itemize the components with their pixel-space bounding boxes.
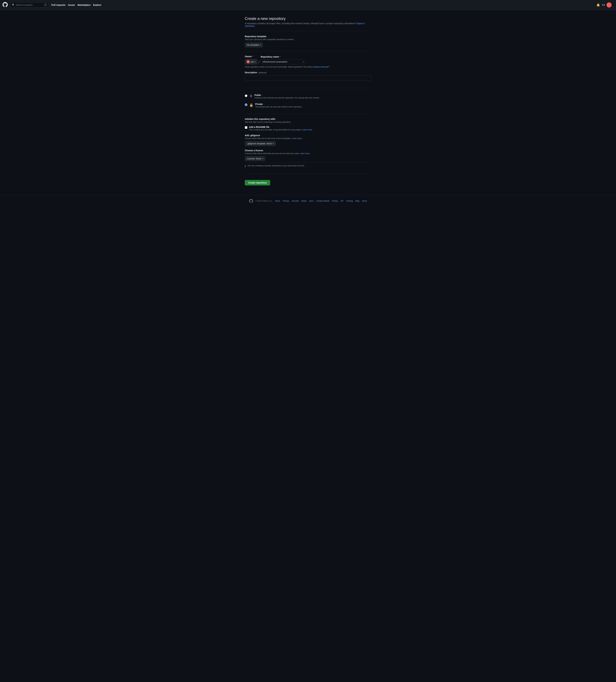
main-content: Create a new repository A repository con… (242, 10, 374, 195)
nav-marketplace[interactable]: Marketplace (78, 4, 91, 6)
repo-name-input-wrap: ✓ (261, 59, 305, 64)
footer-status-link[interactable]: Status (301, 200, 307, 202)
nav-pull-requests[interactable]: Pull requests (51, 4, 65, 6)
owner-avatar (247, 60, 250, 63)
public-label: Public (254, 94, 261, 96)
owner-select-button[interactable]: pst ▾ (245, 59, 257, 65)
init-section: Initialize this repository with: Skip th… (245, 118, 371, 161)
gitignore-section: Add .gitignore Choose which files not to… (245, 134, 371, 146)
license-dropdown-button[interactable]: License: None ▾ (245, 156, 265, 161)
public-radio[interactable] (245, 94, 247, 97)
slash-separator: / (258, 60, 259, 64)
template-section-label: Repository template (245, 35, 371, 38)
search-placeholder: Search or jump to... (16, 4, 34, 6)
license-title: Choose a license (245, 149, 371, 152)
license-learn-link[interactable]: Learn more. (300, 152, 310, 155)
avatar (607, 2, 612, 7)
readme-learn-link[interactable]: Learn more. (302, 129, 313, 131)
template-dropdown-button[interactable]: No template ▾ (245, 43, 263, 47)
gitignore-desc: Choose which files not to track from a l… (245, 137, 371, 139)
footer-pricing-link[interactable]: Pricing (332, 200, 338, 202)
info-icon: ℹ (245, 164, 246, 167)
search-shortcut: / (44, 3, 47, 6)
owner-name: pst (251, 61, 254, 63)
repo-name-group: Repository name * ✓ (261, 55, 305, 64)
user-menu-button[interactable]: ▾ (607, 2, 613, 7)
init-section-title: Initialize this repository with: (245, 118, 371, 120)
suggestion-link[interactable]: studious-funicular (313, 66, 328, 68)
suggestion-text: Great repository names are short and mem… (245, 66, 371, 68)
private-label: Private (255, 103, 263, 106)
divider-2 (245, 51, 371, 51)
public-option: 🖥 Public Anyone on the internet can see … (245, 92, 371, 101)
readme-desc: This is where you can write a long descr… (249, 129, 313, 131)
footer-terms-link[interactable]: Terms (275, 200, 280, 202)
readme-checkbox[interactable] (245, 126, 247, 129)
public-desc: Anyone on the internet can see this repo… (254, 97, 319, 99)
private-text: Private You choose who can see and commi… (255, 103, 302, 108)
private-radio[interactable] (245, 104, 247, 106)
readme-checkbox-row: Add a README file This is where you can … (245, 126, 371, 131)
nav-issues[interactable]: Issues (68, 4, 75, 6)
repo-required-star: * (280, 55, 280, 58)
footer-copyright: © 2022 GitHub, Inc. (255, 200, 273, 202)
template-dropdown-label: No template (247, 44, 259, 46)
repo-name-valid-icon: ✓ (302, 60, 304, 63)
footer-about-link[interactable]: About (362, 200, 367, 202)
nav-explore[interactable]: Explore (93, 4, 101, 6)
owner-repo-row: Owner * pst ▾ / Repository name * ✓ (245, 55, 371, 65)
description-input[interactable] (245, 75, 371, 81)
footer-github-logo-icon (249, 199, 253, 203)
notifications-button[interactable]: 🔔 (596, 3, 600, 7)
create-repository-button[interactable]: Create repository (245, 180, 270, 185)
footer-training-link[interactable]: Training (346, 200, 353, 202)
visibility-section: 🖥 Public Anyone on the internet can see … (245, 92, 371, 110)
github-logo-icon (3, 2, 8, 7)
footer-docs-link[interactable]: Docs (309, 200, 314, 202)
new-menu-button[interactable]: + ▾ (602, 4, 604, 6)
footer-blog-link[interactable]: Blog (356, 200, 359, 202)
description-label: Description (245, 71, 257, 74)
info-text: You are creating a private repository in… (247, 164, 305, 167)
footer-contact-link[interactable]: Contact GitHub (316, 200, 329, 202)
plus-icon: + (602, 4, 603, 6)
search-box[interactable]: 🔍 Search or jump to... / (10, 2, 49, 7)
github-logo-link[interactable] (3, 2, 8, 8)
nav-links: Pull requests Issues Marketplace Explore (51, 4, 101, 6)
template-section: Repository template Start your repositor… (245, 35, 371, 47)
plus-caret-icon: ▾ (603, 4, 604, 6)
description-optional: (optional) (258, 71, 267, 74)
gitignore-dropdown-button[interactable]: .gitignore template: None ▾ (245, 141, 276, 146)
bell-icon: 🔔 (596, 3, 600, 7)
template-caret-icon: ▾ (260, 44, 261, 46)
avatar-caret-icon: ▾ (612, 4, 613, 6)
private-desc: You choose who can see and commit to thi… (255, 106, 302, 108)
repo-name-input[interactable] (261, 59, 305, 64)
license-dropdown-label: License: None (247, 157, 261, 160)
divider-4 (245, 114, 371, 114)
gitignore-title: Add .gitignore (245, 134, 371, 137)
private-option: 🔒 Private You choose who can see and com… (245, 101, 371, 110)
footer-api-link[interactable]: API (340, 200, 343, 202)
navbar-right: 🔔 + ▾ ▾ (596, 2, 613, 7)
desc-label-row: Description (optional) (245, 71, 371, 74)
page-subtitle: A repository contains all project files,… (245, 22, 371, 27)
license-caret-icon: ▾ (262, 158, 263, 160)
license-desc: A license tells others what they can and… (245, 152, 371, 155)
info-box: ℹ You are creating a private repository … (245, 162, 371, 169)
footer-security-link[interactable]: Security (292, 200, 299, 202)
license-section: Choose a license A license tells others … (245, 149, 371, 161)
footer: © 2022 GitHub, Inc. Terms Privacy Securi… (0, 195, 616, 207)
gitignore-learn-link[interactable]: Learn more. (292, 137, 302, 139)
footer-privacy-link[interactable]: Privacy (283, 200, 289, 202)
search-icon: 🔍 (12, 4, 15, 6)
owner-caret-icon: ▾ (255, 61, 255, 63)
navbar: 🔍 Search or jump to... / Pull requests I… (0, 0, 616, 10)
page-title: Create a new repository (245, 16, 371, 21)
readme-checkbox-text: Add a README file This is where you can … (249, 126, 313, 131)
gitignore-dropdown-label: .gitignore template: None (247, 142, 272, 145)
owner-field-group: Owner * pst ▾ (245, 55, 257, 65)
description-section: Description (optional) (245, 71, 371, 84)
public-text: Public Anyone on the internet can see th… (254, 94, 319, 99)
init-section-desc: Skip this step if you're importing an ex… (245, 121, 371, 123)
